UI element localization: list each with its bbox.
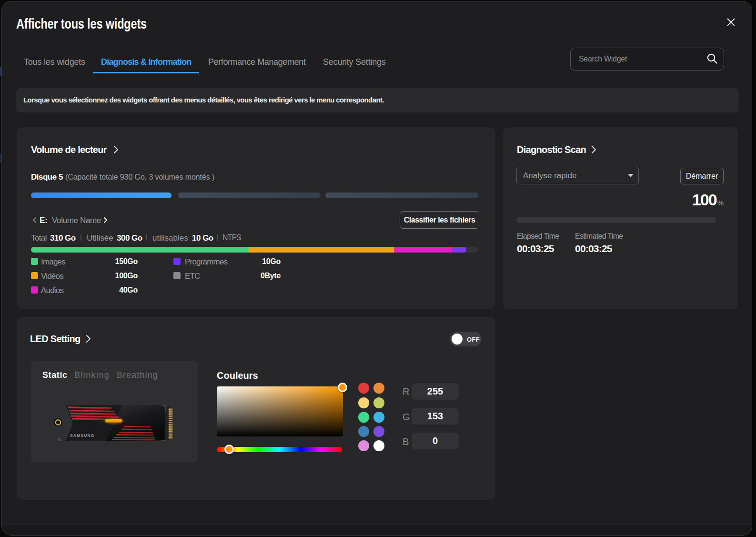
svg-text:SAMSUNG: SAMSUNG — [70, 433, 95, 438]
